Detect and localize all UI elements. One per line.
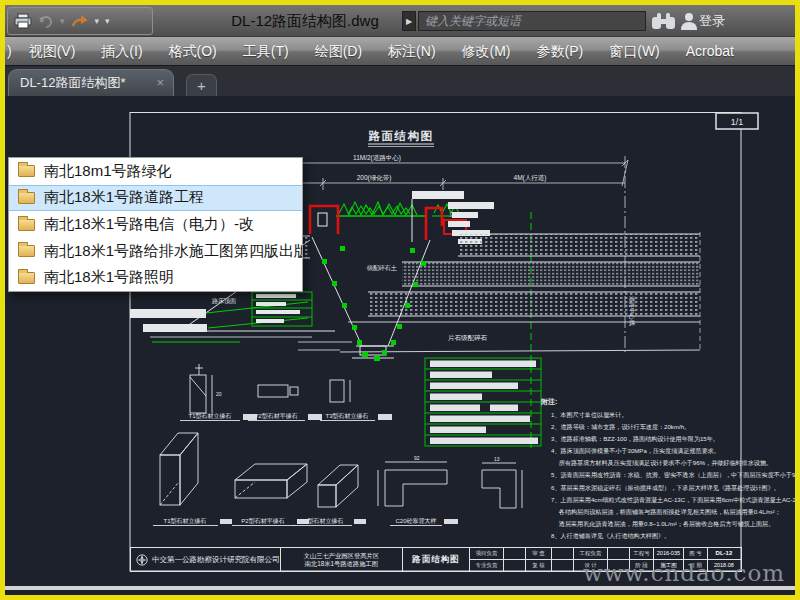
field-value xyxy=(504,548,526,559)
company-logo-icon xyxy=(136,553,148,567)
svg-text:T3型石材立缘石: T3型石材立缘石 xyxy=(325,412,368,420)
menu-item-view[interactable]: 视图(V) xyxy=(16,37,89,65)
folder-icon xyxy=(18,219,35,231)
folder-icon xyxy=(18,245,35,257)
field-value: 2016-035 xyxy=(654,548,684,559)
menu-item-label: 南北18m1号路绿化 xyxy=(44,162,172,181)
file-list-menu: 南北18m1号路绿化 南北18米1号路道路工程 南北18米1号路电信（电力）-改… xyxy=(8,157,303,292)
menu-item-draw[interactable]: 绘图(D) xyxy=(302,37,375,65)
tab-close-icon[interactable]: × xyxy=(156,70,164,96)
svg-text:5、沥青面层采用改性沥青：水稳、抗滑、密实不透水（上面层），: 5、沥青面层采用改性沥青：水稳、抗滑、密实不透水（上面层），中下面层压实度不小于… xyxy=(551,471,795,479)
menu-item-tools[interactable]: 工具(T) xyxy=(230,37,302,65)
drawing-number: DL-12 xyxy=(708,548,740,559)
menu-bar: ) 视图(V) 插入(I) 格式(O) 工具(T) 绘图(D) 标注(N) 修改… xyxy=(5,37,795,65)
svg-text:透层采用乳化沥青透层油，用量0.8~1.0L/m²；各层验收: 透层采用乳化沥青透层油，用量0.8~1.0L/m²；各层验收合格后方可铺筑上面层… xyxy=(551,520,774,528)
title-bar: ▾ ▾ ▾ DL-12路面结构图.dwg ▶ 登录 xyxy=(5,5,795,37)
pavement-structure-table xyxy=(425,358,541,446)
menu-item-file-0[interactable]: 南北18m1号路绿化 xyxy=(9,158,302,185)
menu-item-parametric[interactable]: 参数(P) xyxy=(524,37,597,65)
title-block-row1: 项目负责 审 查 工程负责 工程号 2016-035 图 号 DL-12 xyxy=(470,548,741,560)
menu-item-label: 南北18米1号路电信（电力）-改 xyxy=(44,215,254,234)
svg-text:各结构层间设粘层油，桥面铺装与路面衔接处详见相关图纸，粘层油: 各结构层间设粘层油，桥面铺装与路面衔接处详见相关图纸，粘层油用量0.4L/m²； xyxy=(551,508,781,516)
folder-icon xyxy=(18,272,35,284)
company-cell: 中交第一公路勘察设计研究院有限公司 xyxy=(131,548,281,571)
field-value xyxy=(504,560,526,572)
print-icon[interactable] xyxy=(14,13,32,29)
search-input[interactable] xyxy=(418,11,646,31)
menu-item-format[interactable]: 格式(O) xyxy=(156,37,230,65)
menu-item-dimension[interactable]: 标注(N) xyxy=(375,37,448,65)
redo-caret-icon[interactable]: ▾ xyxy=(95,8,100,34)
folder-icon xyxy=(18,165,35,177)
svg-text:路面结构图: 路面结构图 xyxy=(368,130,434,142)
binoculars-search-icon[interactable] xyxy=(651,11,676,31)
menu-item-label: 南北18米1号路给排水施工图第四版出版 xyxy=(44,242,302,261)
company-name: 中交第一公路勘察设计研究院有限公司 xyxy=(152,555,280,565)
svg-text:C20砼靠背大样: C20砼靠背大样 xyxy=(395,517,436,525)
menu-item-window[interactable]: 窗口(W) xyxy=(596,37,673,65)
svg-text:4、路床顶面回弹模量不小于30MPa，压实度须满足规范要求。: 4、路床顶面回弹模量不小于30MPa，压实度须满足规范要求。 xyxy=(551,447,720,455)
notes: 附注: 1、本图尺寸单位以厘米计。 2、道路等级：城市支路，设计行车速度：20k… xyxy=(541,397,795,540)
undo-caret-icon: ▾ xyxy=(60,8,65,34)
menu-item-modify[interactable]: 修改(M) xyxy=(449,37,524,65)
field-value xyxy=(552,548,574,559)
menu-item-acrobat[interactable]: Acrobat xyxy=(673,37,747,65)
field-value xyxy=(608,548,630,559)
dim-b: 13 xyxy=(494,456,500,462)
dim-label-sidewalk: 4M(人行道) xyxy=(514,174,547,182)
dim-label-green: 200(绿化带) xyxy=(357,174,392,182)
quick-access-toolbar: ▾ ▾ ▾ xyxy=(7,7,153,35)
svg-text:7、上面层采用4cm细粒式改性沥青混凝土AC-13C，下面层: 7、上面层采用4cm细粒式改性沥青混凝土AC-13C，下面层采用6cm中粒式沥青… xyxy=(551,496,795,504)
pavement-layers xyxy=(340,234,700,352)
svg-text:6、基层采用水泥稳定碎石（振动搅拌成型），下承层大样详见《路: 6、基层采用水泥稳定碎石（振动搅拌成型），下承层大样详见《路基处理设计图》。 xyxy=(551,484,780,492)
menu-item-file-3[interactable]: 南北18米1号路给排水施工图第四版出版 xyxy=(9,238,302,265)
svg-text:8、人行道铺装详见《人行道结构大样图》。: 8、人行道铺装详见《人行道结构大样图》。 xyxy=(551,532,670,540)
login-button[interactable]: 登录 xyxy=(699,5,725,37)
menu-item-insert[interactable]: 插入(I) xyxy=(88,37,155,65)
bottom-edge-strip xyxy=(5,586,795,590)
svg-text:T1型石材立缘石: T1型石材立缘石 xyxy=(163,517,206,525)
field-label: 项目负责 xyxy=(470,548,504,559)
curb-detail-sections xyxy=(190,364,350,413)
menu-item-label: 南北18米1号路道路工程 xyxy=(44,188,204,207)
profile-label: C20砼靠背大样 xyxy=(390,517,458,526)
new-tab-button[interactable]: + xyxy=(186,74,217,97)
redo-icon[interactable] xyxy=(71,14,89,28)
svg-text:T3型石材立缘石: T3型石材立缘石 xyxy=(300,517,343,525)
svg-text:3、道路标准轴载：BZZ-100，路面结构设计使用年限为15: 3、道路标准轴载：BZZ-100，路面结构设计使用年限为15年。 xyxy=(551,435,719,443)
sheet-name: 路面结构图 xyxy=(403,548,470,571)
project-line1: 文山三七产业园区登高片区 xyxy=(281,552,403,560)
toolbar-overflow-icon[interactable]: ▾ xyxy=(105,8,110,34)
watermark: www.cndao.com xyxy=(583,560,785,586)
detail-labels-row1: T1型石材立缘石 P2型石材平缘石 T3型石材立缘石 xyxy=(180,412,392,421)
cad-window: ▾ ▾ ▾ DL-12路面结构图.dwg ▶ 登录 ) 视图(V) 插入(I) xyxy=(0,0,800,600)
menu-item-file-4[interactable]: 南北18米1号路照明 xyxy=(9,264,302,291)
curb-left xyxy=(310,206,338,234)
field-label: 图 号 xyxy=(684,548,708,559)
rubble-layer-label: 片石级配碎石 xyxy=(448,334,488,342)
curb-detail-isometrics xyxy=(160,433,358,507)
field-label: 审 查 xyxy=(526,548,552,559)
menu-item-file-1[interactable]: 南北18米1号路道路工程 xyxy=(9,185,302,212)
field-label: 工程负责 xyxy=(574,548,608,559)
drawing-title: 路面结构图 xyxy=(368,130,435,147)
menu-item-label: 南北18米1号路照明 xyxy=(44,268,174,287)
field-label: 复 核 xyxy=(526,560,552,572)
mini-layer-table xyxy=(252,292,312,326)
field-label: 专业负责 xyxy=(470,560,504,572)
svg-text:所有路基填方材料及压实度须满足设计要求不小于96%，并做好临: 所有路基填方材料及压实度须满足设计要求不小于96%，并做好临时排水设施。 xyxy=(551,459,772,467)
file-tab-bar: DL-12路面结构图* × + xyxy=(5,65,795,96)
user-icon[interactable] xyxy=(680,12,698,31)
page-indicator: 1/1 xyxy=(731,117,744,127)
svg-text:1、本图尺寸单位以厘米计。: 1、本图尺寸单位以厘米计。 xyxy=(551,411,628,419)
field-value xyxy=(552,560,574,572)
file-tab-label: DL-12路面结构图* xyxy=(20,75,125,90)
notes-title: 附注: xyxy=(541,397,557,406)
file-tab-active[interactable]: DL-12路面结构图* × xyxy=(8,69,174,97)
concrete-profiles xyxy=(378,462,522,508)
project-cell: 文山三七产业园区登高片区 南北18米1号路道路施工图 xyxy=(281,548,404,571)
infocenter-expand-button[interactable]: ▶ xyxy=(402,11,416,31)
field-label: 工程号 xyxy=(630,548,654,559)
menu-item-file-2[interactable]: 南北18米1号路电信（电力）-改 xyxy=(9,211,302,238)
project-line2: 南北18米1号路道路施工图 xyxy=(281,560,403,568)
